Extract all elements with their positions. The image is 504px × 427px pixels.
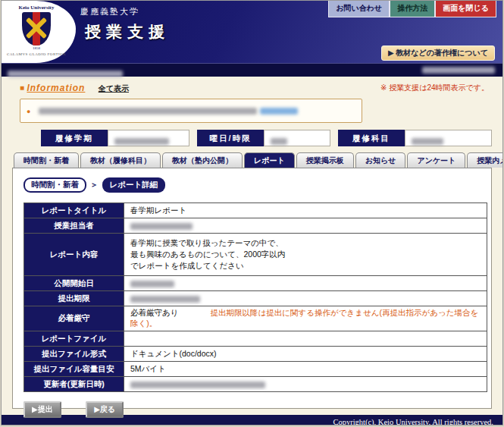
table-row: 授業担当者 (24, 218, 487, 234)
publish-start-date-redacted (124, 276, 487, 291)
header-buttons: お問い合わせ 操作方法 画面を閉じる (328, 1, 496, 17)
deadline-warning-note: 提出期限以降は提出に関する操作ができません(再提出指示があった場合を除く)。 (130, 308, 478, 328)
breadcrumb-timetable-button[interactable]: 時間割・新着 (23, 177, 86, 193)
table-row: 提出期限 (24, 291, 487, 306)
current-datetime-redacted (422, 67, 495, 74)
bullet-icon: ● (27, 108, 30, 115)
table-row: 更新者(更新日時) (24, 377, 487, 392)
table-row: レポートファイル (24, 331, 487, 347)
tab-report[interactable]: レポート (244, 152, 295, 168)
tab-timetable-new[interactable]: 時間割・新着 (14, 152, 79, 168)
table-row: レポート内容 春学期に授業で取り扱ったテーマの中で、 最も興味のあるものについて… (24, 234, 487, 276)
report-content-value: 春学期に授業で取り扱ったテーマの中で、 最も興味のあるものについて、2000字以… (124, 234, 487, 276)
filter-label-course: 履修科目 (338, 130, 405, 146)
logo-year: 1858 (6, 46, 67, 50)
instructor-value-redacted (124, 218, 487, 234)
submit-button[interactable]: ▶提出 (23, 401, 61, 418)
table-row: 提出ファイル形式 ドキュメント(doc/docx) (24, 347, 487, 362)
back-button[interactable]: ▶戻る (86, 401, 124, 418)
filter-value-day-period (264, 130, 330, 146)
row-label: 公開開始日 (24, 276, 124, 291)
app-title: 授業支援 (85, 21, 170, 42)
contact-button[interactable]: お問い合わせ (328, 1, 390, 17)
table-row: 提出ファイル容量目安 5Mバイト (24, 362, 487, 377)
copyright-text: Copyright(c), Keio University. All right… (333, 418, 493, 425)
row-label: 提出ファイル容量目安 (24, 362, 124, 377)
tab-survey[interactable]: アンケート (407, 152, 465, 168)
row-label: 提出期限 (24, 291, 124, 306)
row-label: 必着厳守 (24, 306, 124, 331)
logo-university-name: Keio University (6, 5, 67, 11)
arrow-right-icon: ▶ (32, 405, 38, 413)
logo-motto: CALAMVS GLADIO FORTIOR (3, 52, 70, 56)
keio-logo: Keio University 1858 CALAMVS GLADIO FORT… (2, 1, 76, 63)
header: Keio University 1858 CALAMVS GLADIO FORT… (2, 1, 502, 63)
breadcrumb-current-report-detail: レポート詳細 (102, 177, 166, 193)
tab-materials-public[interactable]: 教材（塾内公開） (162, 152, 243, 168)
information-section: ■ Information 全て表示 ※ 授業支援は24時間表示です。 ● (2, 77, 502, 123)
keio-crest-icon (22, 12, 51, 46)
file-size-limit-value: 5Mバイト (124, 362, 487, 377)
row-label: 更新者(更新日時) (24, 377, 124, 392)
user-id-name-redacted (8, 71, 123, 77)
materials-copyright-label: 教材などの著作権について (396, 49, 488, 57)
row-label: 授業担当者 (24, 218, 124, 234)
tab-materials-registered[interactable]: 教材（履修科目） (80, 152, 161, 168)
filter-value-course (405, 130, 492, 146)
row-label: レポートタイトル (24, 203, 124, 218)
file-format-value: ドキュメント(doc/docx) (124, 347, 487, 362)
row-label: 提出ファイル形式 (24, 347, 124, 362)
how-to-use-button[interactable]: 操作方法 (390, 1, 435, 17)
notice-text-redacted (39, 108, 257, 115)
tab-bar: 時間割・新着 教材（履修科目） 教材（塾内公開） レポート 授業掲示板 お知らせ… (14, 152, 502, 168)
tab-announcements[interactable]: お知らせ (355, 152, 406, 168)
breadcrumb: 時間割・新着 ＞ レポート詳細 (23, 177, 481, 193)
tab-class-board[interactable]: 授業掲示板 (296, 152, 354, 168)
materials-copyright-button[interactable]: ▶ 教材などの著作権について (381, 46, 495, 61)
table-row: レポートタイトル 春学期レポート (24, 203, 487, 218)
strict-deadline-value: 必着厳守あり提出期限以降は提出に関する操作ができません(再提出指示があった場合を… (124, 306, 487, 331)
24h-availability-notice: ※ 授業支援は24時間表示です。 (380, 83, 489, 93)
info-square-icon: ■ (20, 83, 24, 92)
arrow-right-icon: ▶ (94, 405, 100, 413)
row-label: レポート内容 (24, 234, 124, 276)
information-title: Information (27, 83, 85, 93)
report-file-value (124, 331, 487, 347)
submission-deadline-redacted (124, 291, 487, 306)
breadcrumb-separator: ＞ (90, 180, 99, 190)
page: Keio University 1858 CALAMVS GLADIO FORT… (1, 0, 503, 425)
table-row: 必着厳守 必着厳守あり提出期限以降は提出に関する操作ができません(再提出指示があ… (24, 306, 487, 331)
status-bar (2, 63, 502, 77)
row-label: レポートファイル (24, 331, 124, 347)
close-screen-button[interactable]: 画面を閉じる (435, 1, 496, 17)
university-name-jp: 慶應義塾大学 (80, 6, 139, 17)
tab-class-messages[interactable]: 授業内メッセージ (467, 152, 503, 168)
filter-label-semester: 履修学期 (41, 130, 108, 146)
report-title-value: 春学期レポート (124, 203, 487, 218)
filter-value-semester (108, 130, 189, 146)
report-detail-table: レポートタイトル 春学期レポート 授業担当者 レポート内容 春学期に授業で取り扱… (23, 203, 487, 392)
show-all-link[interactable]: 全て表示 (99, 84, 129, 93)
course-filter-bar: 履修学期 曜日/時限 履修科目 (41, 130, 492, 146)
information-box: ● (20, 99, 362, 123)
updated-by-redacted (124, 377, 487, 392)
notice-link-redacted[interactable] (260, 108, 298, 115)
content-panel: 時間割・新着 ＞ レポート詳細 レポートタイトル 春学期レポート 授業担当者 レ… (12, 168, 492, 409)
table-row: 公開開始日 (24, 276, 487, 291)
filter-label-day-period: 曜日/時限 (197, 130, 264, 146)
arrow-right-icon: ▶ (388, 49, 394, 57)
